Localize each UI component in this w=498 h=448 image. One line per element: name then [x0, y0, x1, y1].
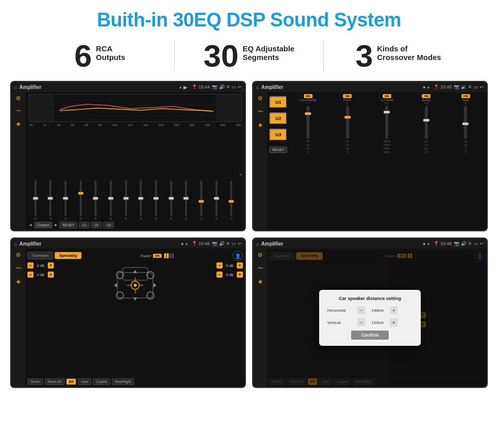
wave-icon-s2[interactable]: 〜 — [258, 108, 263, 115]
eq-slider-13[interactable]: 0 — [209, 181, 224, 220]
back-icon-s4[interactable]: ↩ — [480, 241, 484, 246]
confirm-button[interactable]: Confirm — [351, 331, 389, 340]
vertical-minus[interactable]: − — [357, 318, 365, 326]
speaker-icon-s3[interactable]: ◈ — [16, 278, 20, 285]
eq-slider-9[interactable]: 0 — [149, 181, 163, 220]
reset-button-s2[interactable]: RESET — [269, 146, 287, 153]
stat-divider-1 — [174, 41, 175, 71]
eq-slider-11[interactable]: 0 — [179, 181, 193, 220]
eq-slider-4[interactable]: 5 — [74, 181, 88, 220]
stat-number-6: 6 — [74, 40, 91, 72]
eq-slider-7[interactable]: 0 — [119, 181, 133, 220]
u1-button-s1[interactable]: U1 — [79, 222, 89, 228]
eq-bottom-bar: ◄ Custom ► RESET U1 U2 U3 — [28, 222, 242, 228]
screen2-body: ⚙ 〜 ◈ U1 U2 U3 RESET ON LOUDNESS — [253, 92, 487, 230]
u1-button-s2[interactable]: U1 — [269, 96, 287, 108]
eq-slider-3[interactable]: 0 — [58, 181, 73, 220]
wave-icon-s1[interactable]: 〜 — [16, 108, 21, 114]
eq-slider-12[interactable]: -1 — [194, 181, 208, 220]
u2-button-s2[interactable]: U2 — [269, 112, 287, 125]
eq-slider-8[interactable]: 0 — [134, 181, 148, 220]
horizontal-plus[interactable]: + — [390, 306, 398, 314]
plus-btn-1[interactable]: + — [48, 262, 54, 268]
minus-btn-3[interactable]: − — [216, 262, 223, 268]
prev-icon[interactable]: ◄ — [28, 223, 33, 227]
horizontal-label: Horizontal — [327, 308, 355, 313]
minus-btn-1[interactable]: − — [27, 262, 34, 268]
vertical-value: 110cm — [367, 320, 388, 325]
svg-marker-18 — [133, 297, 137, 301]
eq-slider-1[interactable]: 0 — [28, 181, 43, 220]
driver-btn-s3[interactable]: Driver — [27, 378, 43, 385]
screen1-eq: ⌂ Amplifier ● ▶ 📍 10:44 📷 🔊 ✕ ▭ ↩ ⚙ 〜 ◈ — [10, 81, 246, 231]
home-icon-s2[interactable]: ⌂ — [256, 84, 259, 90]
screen4-sidebar: ⚙ 〜 ◈ — [253, 249, 267, 387]
eq-icon-s2[interactable]: ⚙ — [258, 95, 263, 102]
eq-slider-10[interactable]: 0 — [164, 181, 178, 220]
all-btn-s3[interactable]: All — [66, 378, 77, 385]
eq-slider-6[interactable]: 0 — [104, 181, 118, 220]
screen3-topbar: ⌂ Amplifier ■ ● 📍 10:46 📷🔊✕▭ ↩ — [11, 238, 245, 249]
bass-ctrl: ON BASS F G 3.0 2.5 1.5 1.0 — [407, 94, 446, 228]
screen3-dot: ● — [185, 242, 188, 246]
screen2-dot2: ● — [427, 85, 429, 89]
fader-on-badge: ON — [153, 254, 162, 258]
expand-icon[interactable]: » — [239, 172, 242, 177]
horizontal-minus[interactable]: − — [357, 306, 365, 314]
speaker-icon-s2[interactable]: ◈ — [258, 122, 262, 128]
custom-button[interactable]: Custom — [34, 222, 52, 228]
eq-slider-5[interactable]: 0 — [89, 181, 103, 220]
back-icon-s2[interactable]: ↩ — [480, 84, 484, 89]
speaker-icon-s1[interactable]: ◈ — [16, 121, 20, 127]
screen4-dialog: ⌂ Amplifier ■ ● 📍 10:46 📷🔊✕▭ ↩ ⚙ 〜 ◈ Com… — [252, 237, 488, 388]
stat-cross-line1: Kinds of — [377, 44, 441, 53]
back-icon-s1[interactable]: ↩ — [238, 84, 242, 89]
plus-btn-4[interactable]: + — [237, 272, 243, 278]
eq-slider-2[interactable]: 0 — [44, 181, 58, 220]
screen1-time: 📍 10:44 — [192, 84, 210, 89]
eq-graph-svg — [29, 95, 241, 122]
common-tab-s3[interactable]: Common — [27, 252, 53, 259]
screen2-icons: 📷🔉✕▭ ↩ — [454, 84, 484, 89]
u3-button-s1[interactable]: U3 — [103, 222, 114, 228]
rearright-btn-s3[interactable]: RearRight — [112, 378, 134, 385]
eq-icon-s1[interactable]: ⚙ — [16, 95, 21, 102]
home-icon-s1[interactable]: ⌂ — [14, 84, 17, 90]
specialty-tab-s3[interactable]: Specialty — [54, 252, 81, 259]
freq-630: 630 — [236, 124, 241, 127]
screen2-title: Amplifier — [261, 84, 421, 90]
rearleft-btn-s3[interactable]: RearLeft — [45, 378, 65, 385]
screen3-body: ⚙ 〜 ◈ Common Specialty Fader ON — [11, 249, 245, 387]
horizontal-value: 140cm — [367, 308, 388, 313]
plus-btn-3[interactable]: + — [237, 262, 243, 268]
screen2-sidebar: ⚙ 〜 ◈ — [253, 92, 267, 230]
car-speaker-dialog: Car speaker distance setting Horizontal … — [319, 290, 421, 346]
plus-btn-2[interactable]: + — [48, 272, 54, 278]
reset-button-s1[interactable]: RESET — [59, 222, 77, 228]
eq-slider-14[interactable]: -1 — [224, 181, 238, 220]
u3-button-s2[interactable]: U3 — [269, 129, 287, 141]
vertical-plus[interactable]: + — [390, 318, 398, 326]
minus-btn-4[interactable]: − — [216, 272, 223, 278]
stat-number-3: 3 — [356, 40, 373, 72]
home-icon-s4[interactable]: ⌂ — [256, 241, 259, 247]
user-btn-s3[interactable]: User — [78, 378, 91, 385]
freq-40: 40 — [57, 124, 60, 127]
freq-32: 32 — [43, 124, 47, 127]
fader-bar — [164, 253, 174, 258]
loudness-ctrl: ON LOUDNESS ~ ~ 48 32 16 0 — [289, 94, 327, 228]
u2-button-s1[interactable]: U2 — [91, 222, 102, 228]
screen3-crossover: ⌂ Amplifier ■ ● 📍 10:46 📷🔊✕▭ ↩ ⚙ 〜 ◈ Com… — [10, 237, 246, 388]
rect-icon-s1: ▭ — [232, 84, 236, 89]
stat-rca-line2: Outputs — [96, 53, 126, 62]
minus-btn-2[interactable]: − — [27, 272, 34, 278]
user-icon[interactable]: 👤 — [233, 251, 243, 261]
next-icon[interactable]: ► — [54, 223, 58, 227]
stat-text-rca: RCA Outputs — [96, 40, 126, 62]
home-icon-s3[interactable]: ⌂ — [14, 241, 17, 247]
eq-icon-s3[interactable]: ⚙ — [16, 252, 21, 258]
db-row-3: − 0 dB + — [216, 262, 243, 268]
copilot-btn-s3[interactable]: Copilot — [93, 378, 110, 385]
wave-icon-s3[interactable]: 〜 — [16, 264, 21, 272]
back-icon-s3[interactable]: ↩ — [238, 241, 242, 246]
